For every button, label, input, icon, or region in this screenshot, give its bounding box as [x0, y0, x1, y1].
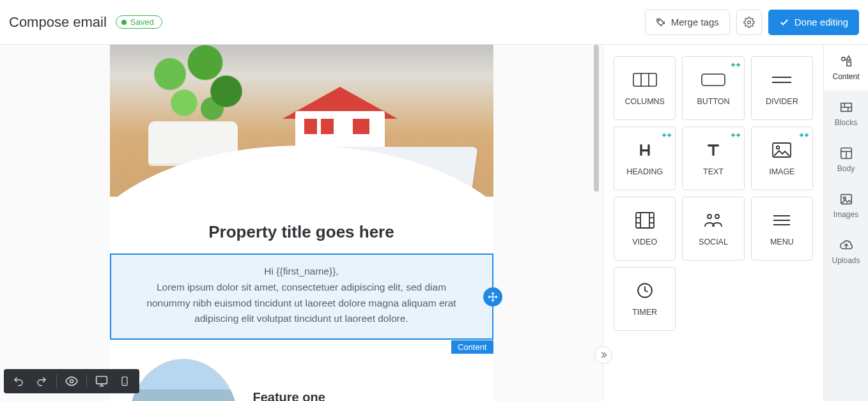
block-heading[interactable]: ✦✦ HEADING	[614, 126, 676, 190]
editor-canvas[interactable]: Property title goes here Hi {{first_name…	[0, 45, 603, 401]
done-editing-label: Done editing	[794, 17, 848, 27]
social-icon	[703, 211, 724, 230]
merge-tags-button[interactable]: Merge tags	[645, 10, 730, 35]
svg-point-4	[70, 380, 74, 383]
tab-blocks[interactable]: Blocks	[824, 91, 868, 137]
ai-sparkle-icon: ✦✦	[730, 61, 740, 70]
svg-rect-5	[97, 377, 107, 384]
body-text[interactable]: Lorem ipsum dolor sit amet, consectetuer…	[137, 280, 467, 327]
preview-button[interactable]	[63, 373, 80, 390]
move-handle[interactable]	[483, 287, 502, 306]
tab-body[interactable]: Body	[824, 137, 868, 183]
block-label: VIDEO	[632, 238, 657, 246]
block-label: SOCIAL	[699, 238, 728, 246]
block-timer[interactable]: TIMER	[614, 267, 676, 331]
tab-label: Content	[832, 72, 859, 81]
done-editing-button[interactable]: Done editing	[768, 10, 859, 35]
saved-label: Saved	[130, 17, 154, 27]
tab-uploads[interactable]: Uploads	[824, 229, 868, 275]
timer-icon	[637, 281, 653, 300]
menu-icon	[772, 211, 791, 230]
svg-rect-32	[846, 62, 850, 66]
svg-rect-10	[633, 73, 656, 86]
move-icon	[488, 292, 498, 302]
block-label: COLUMNS	[624, 97, 665, 106]
gear-icon	[743, 17, 755, 28]
block-video[interactable]: VIDEO	[614, 197, 676, 261]
button-icon	[701, 70, 725, 89]
eye-icon	[65, 375, 78, 388]
mobile-view-button[interactable]	[116, 373, 133, 390]
video-icon	[635, 211, 655, 230]
svg-point-26	[715, 215, 719, 218]
tab-label: Uploads	[832, 256, 860, 265]
text-icon	[705, 140, 722, 160]
divider-icon	[771, 70, 793, 89]
svg-point-25	[708, 215, 711, 218]
feature-title[interactable]: Feature one	[253, 390, 325, 401]
svg-point-31	[841, 57, 845, 61]
tab-label: Images	[833, 210, 858, 219]
saved-dot-icon	[121, 20, 127, 25]
desktop-view-button[interactable]	[93, 373, 110, 390]
svg-marker-33	[846, 56, 851, 60]
block-label: TIMER	[632, 308, 657, 317]
scrollbar-thumb[interactable]	[594, 45, 599, 192]
header-bar: Compose email Saved Merge tags Done edit…	[0, 0, 868, 45]
saved-status-badge: Saved	[116, 15, 162, 29]
block-menu[interactable]: MENU	[751, 197, 813, 261]
svg-rect-8	[122, 377, 127, 385]
collapse-panel-button[interactable]	[594, 346, 612, 364]
block-columns[interactable]: COLUMNS	[614, 56, 676, 120]
tab-label: Blocks	[835, 118, 857, 127]
page-title: Compose email	[9, 14, 107, 31]
image-icon	[772, 140, 791, 160]
svg-point-17	[777, 146, 780, 149]
block-text[interactable]: ✦✦ TEXT	[682, 126, 744, 190]
selected-text-block[interactable]: Hi {{first_name}}, Lorem ipsum dolor sit…	[110, 253, 493, 340]
email-body[interactable]: Property title goes here Hi {{first_name…	[110, 45, 493, 401]
undo-icon	[13, 375, 24, 387]
svg-rect-13	[702, 74, 725, 86]
redo-icon	[36, 375, 47, 387]
undo-button[interactable]	[10, 373, 27, 390]
toolbar-separator	[56, 375, 57, 388]
ai-sparkle-icon: ✦✦	[798, 131, 809, 140]
greeting-text[interactable]: Hi {{first_name}},	[137, 264, 467, 280]
tag-icon	[656, 17, 666, 27]
feature-image[interactable]	[129, 359, 238, 401]
check-icon	[779, 17, 789, 27]
block-divider[interactable]: DIVIDER	[751, 56, 813, 120]
svg-point-42	[843, 197, 846, 199]
tab-images[interactable]: Images	[824, 183, 868, 229]
block-label: DIVIDER	[766, 97, 798, 106]
feature-row[interactable]: Feature one	[110, 340, 493, 401]
columns-icon	[633, 70, 657, 89]
tab-label: Body	[837, 164, 855, 173]
hero-image[interactable]	[110, 45, 493, 197]
merge-tags-label: Merge tags	[671, 17, 719, 27]
toolbar-separator	[86, 375, 87, 388]
mobile-icon	[120, 375, 130, 387]
tab-content[interactable]: Content	[824, 45, 868, 91]
block-label: IMAGE	[769, 167, 794, 176]
block-button[interactable]: ✦✦ BUTTON	[682, 56, 744, 120]
canvas-toolbar	[4, 369, 139, 393]
block-label: TEXT	[703, 167, 724, 176]
property-title[interactable]: Property title goes here	[110, 197, 493, 253]
redo-button[interactable]	[33, 373, 50, 390]
layout-icon	[839, 146, 853, 160]
chevron-right-double-icon	[599, 351, 608, 359]
image-icon	[839, 192, 853, 206]
upload-cloud-icon	[839, 238, 853, 252]
side-tabs: Content Blocks Body Images Uploads	[823, 45, 868, 401]
settings-button[interactable]	[736, 10, 762, 35]
bricks-icon	[839, 100, 853, 114]
heading-icon	[637, 140, 653, 160]
block-social[interactable]: SOCIAL	[682, 197, 744, 261]
svg-point-1	[748, 20, 751, 24]
block-label: BUTTON	[697, 97, 729, 106]
content-blocks-panel: COLUMNS ✦✦ BUTTON DIVIDER ✦✦ H	[603, 45, 823, 401]
block-image[interactable]: ✦✦ IMAGE	[751, 126, 813, 190]
svg-point-0	[658, 20, 660, 21]
